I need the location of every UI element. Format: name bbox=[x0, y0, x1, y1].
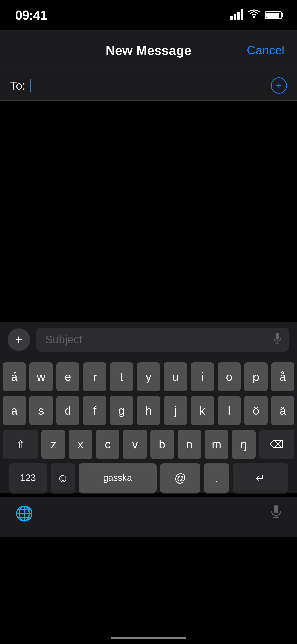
signal-icon bbox=[230, 10, 243, 20]
shift-icon: ⇧ bbox=[16, 438, 25, 451]
key-a-umlaut[interactable]: ä bbox=[271, 396, 294, 425]
key-v[interactable]: v bbox=[123, 430, 147, 459]
key-d[interactable]: d bbox=[56, 396, 80, 425]
key-u[interactable]: u bbox=[164, 362, 187, 391]
battery-icon bbox=[265, 11, 282, 19]
key-x[interactable]: x bbox=[69, 430, 92, 459]
nav-bar: New Message Cancel bbox=[0, 30, 297, 70]
key-r[interactable]: r bbox=[83, 362, 106, 391]
key-k[interactable]: k bbox=[191, 396, 214, 425]
add-recipient-button[interactable]: + bbox=[271, 77, 287, 94]
key-z[interactable]: z bbox=[41, 430, 65, 459]
nav-title: New Message bbox=[106, 43, 191, 58]
to-cursor bbox=[30, 79, 31, 92]
globe-icon[interactable]: 🌐 bbox=[15, 505, 33, 522]
key-o[interactable]: o bbox=[218, 362, 241, 391]
key-y[interactable]: y bbox=[137, 362, 160, 391]
key-f[interactable]: f bbox=[83, 396, 106, 425]
key-a-ring[interactable]: å bbox=[271, 362, 294, 391]
keyboard-row-4: 123 ☺ gasska @ . ↵ bbox=[3, 463, 294, 493]
key-o-umlaut[interactable]: ö bbox=[244, 396, 268, 425]
to-field[interactable]: To: + bbox=[0, 70, 297, 101]
numbers-key[interactable]: 123 bbox=[9, 463, 47, 493]
keyboard-row-2: a s d f g h j k l ö ä bbox=[3, 396, 294, 425]
key-w[interactable]: w bbox=[29, 362, 53, 391]
wifi-icon bbox=[248, 9, 260, 21]
dictation-mic-icon[interactable] bbox=[270, 505, 282, 522]
compose-toolbar: + Subject bbox=[0, 322, 297, 357]
subject-placeholder: Subject bbox=[45, 333, 82, 346]
delete-key[interactable]: ⌫ bbox=[259, 430, 294, 459]
dot-key[interactable]: . bbox=[204, 463, 229, 493]
key-e[interactable]: e bbox=[56, 362, 80, 391]
shift-key[interactable]: ⇧ bbox=[3, 430, 38, 459]
key-n[interactable]: n bbox=[178, 430, 201, 459]
key-l[interactable]: l bbox=[218, 396, 241, 425]
key-t[interactable]: t bbox=[110, 362, 133, 391]
keyboard-row-3: ⇧ z x c v b n m ŋ ⌫ bbox=[3, 430, 294, 459]
status-bar: 09:41 bbox=[0, 0, 297, 30]
at-key[interactable]: @ bbox=[160, 463, 200, 493]
add-icon: + bbox=[15, 332, 23, 347]
bottom-bar: 🌐 bbox=[0, 497, 297, 537]
key-s[interactable]: s bbox=[29, 396, 53, 425]
delete-icon: ⌫ bbox=[270, 438, 284, 450]
subject-input[interactable]: Subject bbox=[36, 328, 289, 352]
status-icons bbox=[230, 9, 282, 21]
return-key[interactable]: ↵ bbox=[233, 463, 288, 493]
status-time: 09:41 bbox=[15, 8, 47, 23]
key-a[interactable]: a bbox=[3, 396, 26, 425]
space-key[interactable]: gasska bbox=[79, 463, 157, 493]
return-icon: ↵ bbox=[256, 472, 265, 485]
key-c[interactable]: c bbox=[96, 430, 119, 459]
key-a-acute[interactable]: á bbox=[3, 362, 26, 391]
mic-icon[interactable] bbox=[273, 333, 282, 347]
key-p[interactable]: p bbox=[244, 362, 268, 391]
keyboard-row-1: á w e r t y u i o p å bbox=[3, 362, 294, 391]
key-g[interactable]: g bbox=[110, 396, 133, 425]
key-j[interactable]: j bbox=[164, 396, 187, 425]
key-b[interactable]: b bbox=[150, 430, 174, 459]
emoji-icon: ☺ bbox=[57, 471, 69, 485]
svg-rect-4 bbox=[274, 505, 278, 513]
emoji-key[interactable]: ☺ bbox=[51, 463, 75, 493]
add-attachment-button[interactable]: + bbox=[8, 328, 30, 351]
key-eng[interactable]: ŋ bbox=[232, 430, 256, 459]
plus-icon: + bbox=[276, 79, 282, 92]
svg-rect-1 bbox=[276, 333, 279, 340]
keyboard: á w e r t y u i o p å a s d f g h j k l … bbox=[0, 357, 297, 493]
key-h[interactable]: h bbox=[137, 396, 160, 425]
to-label: To: bbox=[10, 79, 25, 92]
message-body[interactable] bbox=[0, 101, 297, 322]
key-m[interactable]: m bbox=[205, 430, 228, 459]
key-i[interactable]: i bbox=[191, 362, 214, 391]
svg-point-0 bbox=[253, 16, 255, 18]
cancel-button[interactable]: Cancel bbox=[247, 43, 284, 57]
home-indicator bbox=[111, 637, 186, 639]
